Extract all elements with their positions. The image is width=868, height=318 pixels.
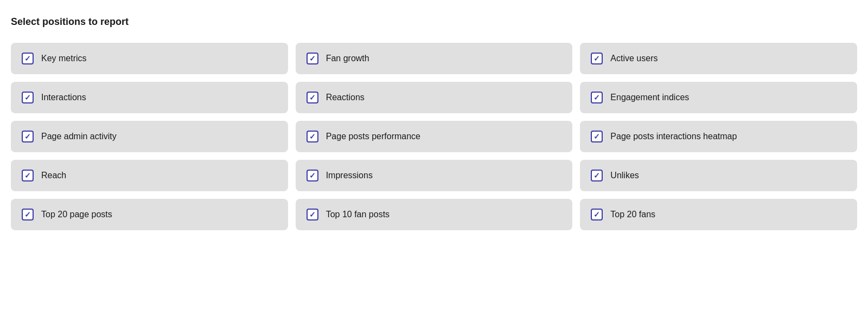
checkbox-item-key-metrics[interactable]: ✓Key metrics xyxy=(11,43,288,74)
checkbox-page-posts-performance[interactable]: ✓ xyxy=(307,131,318,142)
checkmark-icon: ✓ xyxy=(309,94,316,101)
checkmark-icon: ✓ xyxy=(309,133,316,140)
checkbox-top-20-fans[interactable]: ✓ xyxy=(591,209,603,220)
checkbox-page-posts-interactions-heatmap[interactable]: ✓ xyxy=(591,131,603,142)
checkbox-reactions[interactable]: ✓ xyxy=(307,92,318,103)
label-reactions: Reactions xyxy=(326,93,365,102)
label-page-posts-interactions-heatmap: Page posts interactions heatmap xyxy=(610,132,737,141)
label-interactions: Interactions xyxy=(41,93,86,102)
checkmark-icon: ✓ xyxy=(24,211,31,218)
checkmark-icon: ✓ xyxy=(309,55,316,62)
checkbox-active-users[interactable]: ✓ xyxy=(591,53,603,64)
checkmark-icon: ✓ xyxy=(593,55,600,62)
checkbox-item-page-posts-interactions-heatmap[interactable]: ✓Page posts interactions heatmap xyxy=(580,121,857,152)
label-page-admin-activity: Page admin activity xyxy=(41,132,117,141)
options-grid: ✓Key metrics✓Fan growth✓Active users✓Int… xyxy=(11,43,857,230)
checkbox-item-active-users[interactable]: ✓Active users xyxy=(580,43,857,74)
label-engagement-indices: Engagement indices xyxy=(610,93,689,102)
checkmark-icon: ✓ xyxy=(593,172,600,179)
checkbox-key-metrics[interactable]: ✓ xyxy=(22,53,34,64)
checkbox-item-page-admin-activity[interactable]: ✓Page admin activity xyxy=(11,121,288,152)
checkbox-page-admin-activity[interactable]: ✓ xyxy=(22,131,34,142)
checkbox-interactions[interactable]: ✓ xyxy=(22,92,34,103)
label-impressions: Impressions xyxy=(326,171,373,180)
label-active-users: Active users xyxy=(610,54,658,63)
label-page-posts-performance: Page posts performance xyxy=(326,132,420,141)
checkmark-icon: ✓ xyxy=(24,55,31,62)
label-fan-growth: Fan growth xyxy=(326,54,369,63)
checkbox-item-interactions[interactable]: ✓Interactions xyxy=(11,82,288,113)
checkbox-impressions[interactable]: ✓ xyxy=(307,170,318,181)
checkbox-reach[interactable]: ✓ xyxy=(22,170,34,181)
label-top-20-page-posts: Top 20 page posts xyxy=(41,210,112,219)
checkbox-unlikes[interactable]: ✓ xyxy=(591,170,603,181)
checkbox-item-page-posts-performance[interactable]: ✓Page posts performance xyxy=(296,121,573,152)
checkbox-item-fan-growth[interactable]: ✓Fan growth xyxy=(296,43,573,74)
checkbox-top-20-page-posts[interactable]: ✓ xyxy=(22,209,34,220)
checkbox-item-engagement-indices[interactable]: ✓Engagement indices xyxy=(580,82,857,113)
checkbox-engagement-indices[interactable]: ✓ xyxy=(591,92,603,103)
checkmark-icon: ✓ xyxy=(593,133,600,140)
label-unlikes: Unlikes xyxy=(610,171,639,180)
checkbox-item-top-20-page-posts[interactable]: ✓Top 20 page posts xyxy=(11,199,288,230)
page-title: Select positions to report xyxy=(11,16,857,28)
checkmark-icon: ✓ xyxy=(309,211,316,218)
checkmark-icon: ✓ xyxy=(593,211,600,218)
checkbox-item-top-20-fans[interactable]: ✓Top 20 fans xyxy=(580,199,857,230)
checkmark-icon: ✓ xyxy=(24,133,31,140)
label-top-10-fan-posts: Top 10 fan posts xyxy=(326,210,390,219)
checkbox-item-unlikes[interactable]: ✓Unlikes xyxy=(580,160,857,191)
checkbox-fan-growth[interactable]: ✓ xyxy=(307,53,318,64)
checkbox-item-top-10-fan-posts[interactable]: ✓Top 10 fan posts xyxy=(296,199,573,230)
checkbox-top-10-fan-posts[interactable]: ✓ xyxy=(307,209,318,220)
checkbox-item-reactions[interactable]: ✓Reactions xyxy=(296,82,573,113)
label-key-metrics: Key metrics xyxy=(41,54,87,63)
checkmark-icon: ✓ xyxy=(24,172,31,179)
label-reach: Reach xyxy=(41,171,66,180)
checkmark-icon: ✓ xyxy=(24,94,31,101)
checkbox-item-reach[interactable]: ✓Reach xyxy=(11,160,288,191)
label-top-20-fans: Top 20 fans xyxy=(610,210,655,219)
checkmark-icon: ✓ xyxy=(593,94,600,101)
checkmark-icon: ✓ xyxy=(309,172,316,179)
checkbox-item-impressions[interactable]: ✓Impressions xyxy=(296,160,573,191)
